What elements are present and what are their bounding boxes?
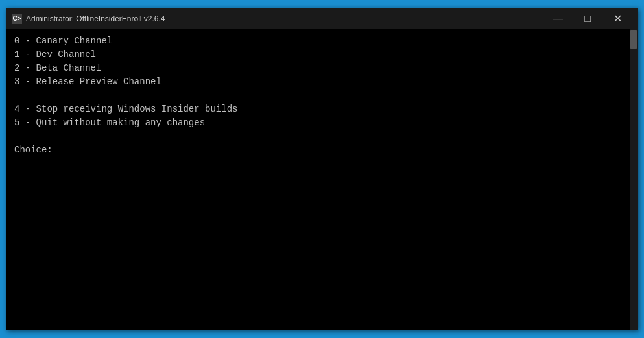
title-bar: C> Administrator: OfflineInsiderEnroll v… (6, 8, 638, 29)
terminal-output: 0 - Canary Channel 1 - Dev Channel 2 - B… (14, 34, 630, 157)
scrollbar[interactable] (630, 29, 638, 330)
terminal-body[interactable]: 0 - Canary Channel 1 - Dev Channel 2 - B… (6, 29, 638, 330)
cmd-icon: C> (12, 14, 22, 24)
scrollbar-thumb[interactable] (630, 30, 637, 49)
minimize-button[interactable]: — (543, 8, 573, 29)
title-bar-left: C> Administrator: OfflineInsiderEnroll v… (12, 14, 165, 24)
terminal-window: C> Administrator: OfflineInsiderEnroll v… (6, 8, 638, 330)
close-button[interactable]: ✕ (602, 8, 632, 29)
title-bar-controls: — □ ✕ (543, 8, 632, 29)
window-title: Administrator: OfflineInsiderEnroll v2.6… (26, 14, 165, 23)
maximize-button[interactable]: □ (573, 8, 602, 29)
